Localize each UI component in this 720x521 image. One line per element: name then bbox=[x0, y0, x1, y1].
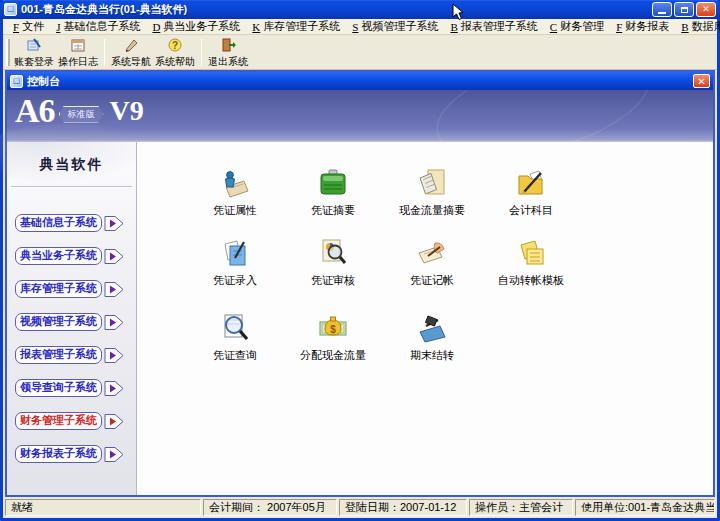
module-voucher-properties[interactable]: 凭证属性 bbox=[187, 164, 283, 218]
period-end-carryover-icon bbox=[384, 309, 480, 345]
auto-transfer-template-icon bbox=[483, 234, 579, 270]
arrow-right-icon bbox=[104, 413, 124, 430]
module-voucher-query[interactable]: 凭证查询 bbox=[187, 309, 283, 363]
toolbar-separator bbox=[104, 39, 105, 66]
console-window: ☐ 控制台 ✕ A6 标准版 V9 典当软件 bbox=[5, 70, 715, 497]
toolbar-grip[interactable] bbox=[6, 39, 10, 66]
account-login-icon bbox=[26, 37, 43, 55]
status-operator: 操作员：主管会计 bbox=[469, 499, 573, 516]
module-auto-transfer-template[interactable]: 自动转帐模板 bbox=[483, 234, 579, 288]
sidebar-item-report-mgmt[interactable]: 报表管理子系统 bbox=[15, 346, 133, 364]
voucher-posting-icon bbox=[384, 234, 480, 270]
sidebar-item-video[interactable]: 视频管理子系统 bbox=[15, 313, 133, 331]
allocate-cashflow-icon: $ bbox=[285, 309, 381, 345]
arrow-right-icon bbox=[104, 281, 124, 298]
svg-text:?: ? bbox=[171, 40, 177, 51]
console-title: 控制台 bbox=[27, 74, 693, 89]
module-cashflow-summary[interactable]: 现金流量摘要 bbox=[384, 164, 480, 218]
accounting-subjects-icon bbox=[483, 164, 579, 200]
sidebar-item-finance-mgmt[interactable]: 财务管理子系统 bbox=[15, 412, 133, 430]
module-voucher-audit[interactable]: 凭证审核 bbox=[285, 234, 381, 288]
module-voucher-entry[interactable]: 凭证录入 bbox=[187, 234, 283, 288]
sidebar: 典当软件 基础信息子系统 典当业务子系统 库存管理子系统 bbox=[7, 142, 137, 495]
status-unit: 使用单位:001-青岛金达典当行 bbox=[575, 499, 715, 516]
system-help-button[interactable]: ? 系统帮助 bbox=[153, 37, 197, 69]
toolbar-separator bbox=[201, 39, 202, 66]
exit-system-icon bbox=[220, 37, 237, 55]
voucher-audit-icon bbox=[285, 234, 381, 270]
sidebar-item-pawn-business[interactable]: 典当业务子系统 bbox=[15, 247, 133, 265]
console-icon: ☐ bbox=[10, 75, 23, 88]
sidebar-item-leader-query[interactable]: 领导查询子系统 bbox=[15, 379, 133, 397]
menu-inventory[interactable]: K库存管理子系统 bbox=[246, 19, 346, 34]
arrow-right-icon bbox=[104, 215, 124, 232]
console-close-button[interactable]: ✕ bbox=[693, 74, 710, 88]
module-grid: 凭证属性 凭证摘要 现金流量摘要 bbox=[137, 142, 713, 495]
menu-basic-info[interactable]: J基础信息子系统 bbox=[50, 19, 146, 34]
arrow-right-icon bbox=[104, 347, 124, 364]
main-titlebar: ☐ 001-青岛金达典当行(01-典当软件) ✕ bbox=[0, 0, 720, 19]
system-navigation-icon bbox=[123, 37, 140, 55]
menu-db-backup[interactable]: B数据库备份恢复 bbox=[675, 19, 720, 34]
menu-finance-mgmt[interactable]: C财务管理 bbox=[544, 19, 610, 34]
system-navigation-button[interactable]: 系统导航 bbox=[109, 37, 153, 69]
edition-badge: 标准版 bbox=[59, 106, 104, 123]
restore-button[interactable] bbox=[674, 2, 694, 17]
voucher-properties-icon bbox=[187, 164, 283, 200]
status-login-date: 登陆日期：2007-01-12 bbox=[339, 499, 467, 516]
arrow-right-icon bbox=[104, 380, 124, 397]
module-period-end-carryover[interactable]: 期末结转 bbox=[384, 309, 480, 363]
system-help-icon: ? bbox=[167, 37, 184, 55]
console-titlebar: ☐ 控制台 ✕ bbox=[7, 72, 713, 90]
voucher-entry-icon bbox=[187, 234, 283, 270]
arrow-right-icon bbox=[104, 248, 124, 265]
sidebar-item-finance-report[interactable]: 财务报表子系统 bbox=[15, 445, 133, 463]
svg-text:$: $ bbox=[330, 324, 336, 335]
window-title: 001-青岛金达典当行(01-典当软件) bbox=[21, 2, 652, 17]
app-icon: ☐ bbox=[4, 3, 17, 16]
menu-bar: F文件 J基础信息子系统 D典当业务子系统 K库存管理子系统 S视频管理子系统 … bbox=[3, 19, 717, 35]
menu-pawn-business[interactable]: D典当业务子系统 bbox=[146, 19, 246, 34]
menu-file[interactable]: F文件 bbox=[7, 19, 50, 34]
toolbar: 账套登录 操作日志 系统导航 ? 系统帮助 bbox=[3, 36, 717, 70]
arrow-right-icon bbox=[104, 314, 124, 331]
sidebar-divider bbox=[11, 186, 132, 188]
banner-decoration bbox=[425, 90, 661, 142]
module-accounting-subjects[interactable]: 会计科目 bbox=[483, 164, 579, 218]
operation-log-icon bbox=[70, 37, 87, 55]
close-button[interactable]: ✕ bbox=[696, 2, 716, 17]
application-window: ☐ 001-青岛金达典当行(01-典当软件) ✕ F文件 J基础信息子系统 D典… bbox=[0, 0, 720, 521]
product-version: V9 bbox=[110, 95, 144, 127]
voucher-query-icon bbox=[187, 309, 283, 345]
cashflow-summary-icon bbox=[384, 164, 480, 200]
status-ready: 就绪 bbox=[5, 499, 201, 516]
status-bar: 就绪 会计期间： 2007年05月 登陆日期：2007-01-12 操作员：主管… bbox=[3, 497, 717, 518]
mouse-cursor bbox=[452, 3, 464, 23]
sidebar-item-basic-info[interactable]: 基础信息子系统 bbox=[15, 214, 133, 232]
sidebar-item-inventory[interactable]: 库存管理子系统 bbox=[15, 280, 133, 298]
menu-video[interactable]: S视频管理子系统 bbox=[346, 19, 444, 34]
status-accounting-period: 会计期间： 2007年05月 bbox=[203, 499, 337, 516]
operation-log-button[interactable]: 操作日志 bbox=[56, 37, 100, 69]
menu-finance-report[interactable]: F财务报表 bbox=[610, 19, 675, 34]
minimize-button[interactable] bbox=[652, 2, 672, 17]
exit-system-button[interactable]: 退出系统 bbox=[206, 37, 250, 69]
voucher-summary-icon bbox=[285, 164, 381, 200]
sidebar-title: 典当软件 bbox=[7, 156, 136, 174]
account-login-button[interactable]: 账套登录 bbox=[12, 37, 56, 69]
arrow-right-icon bbox=[104, 446, 124, 463]
main-window: ☐ 001-青岛金达典当行(01-典当软件) ✕ F文件 J基础信息子系统 D典… bbox=[0, 0, 720, 521]
module-voucher-summary[interactable]: 凭证摘要 bbox=[285, 164, 381, 218]
module-allocate-cashflow[interactable]: $ 分配现金流量 bbox=[285, 309, 381, 363]
module-voucher-posting[interactable]: 凭证记帐 bbox=[384, 234, 480, 288]
